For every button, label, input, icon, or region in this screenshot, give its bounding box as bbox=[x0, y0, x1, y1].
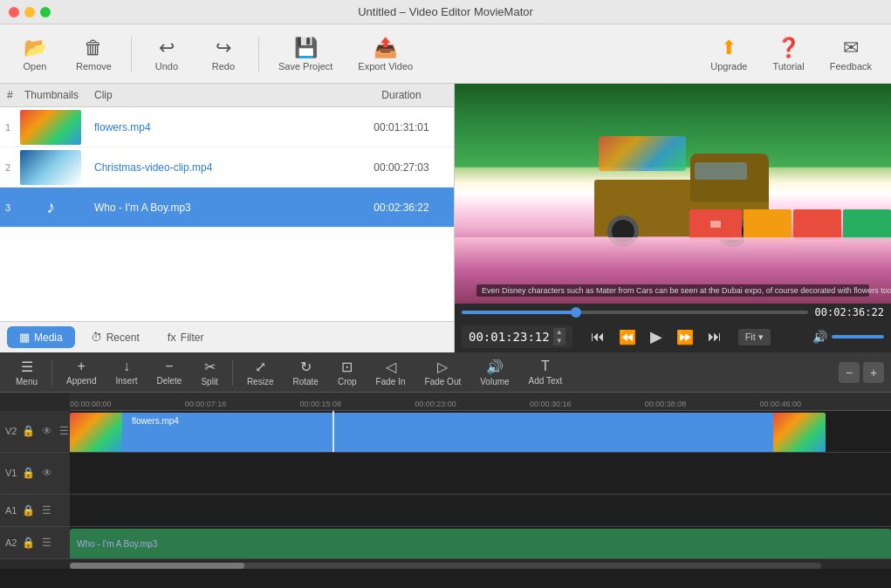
resize-button[interactable]: ⤢ Resize bbox=[238, 356, 283, 389]
skip-start-button[interactable]: ⏮ bbox=[586, 326, 609, 347]
current-time-display[interactable]: 00:01:23:12 ▲ ▼ bbox=[462, 325, 572, 348]
track-v1: V1 🔒 👁 bbox=[0, 453, 891, 495]
volume-slider[interactable] bbox=[832, 335, 884, 338]
current-time-value: 00:01:23:12 bbox=[469, 330, 550, 344]
feedback-button[interactable]: ✉ Feedback bbox=[819, 32, 882, 76]
table-row[interactable]: 2 Christmas-video-clip.mp4 00:00:27:03 bbox=[0, 147, 454, 188]
track-v1-label: V1 🔒 👁 bbox=[0, 453, 70, 494]
tab-media[interactable]: ▦ Media bbox=[7, 326, 75, 348]
col-duration: Duration bbox=[349, 87, 454, 103]
time-down-button[interactable]: ▼ bbox=[553, 337, 565, 345]
row3-num: 3 bbox=[0, 202, 17, 213]
maximize-button[interactable] bbox=[40, 7, 51, 17]
a1-lock-button[interactable]: 🔒 bbox=[20, 503, 37, 518]
remove-label: Remove bbox=[76, 61, 112, 72]
media-tab-icon: ▦ bbox=[19, 331, 30, 344]
v2-clip[interactable]: flowers.mp4 bbox=[70, 413, 826, 452]
minimize-button[interactable] bbox=[24, 7, 35, 17]
track-a1: A1 🔒 ☰ bbox=[0, 495, 891, 527]
fade-out-button[interactable]: ▷ Fade Out bbox=[416, 356, 470, 389]
zoom-in-button[interactable]: + bbox=[863, 362, 884, 383]
time-up-button[interactable]: ▲ bbox=[553, 328, 565, 337]
play-button[interactable]: ▶ bbox=[646, 325, 667, 349]
append-button[interactable]: + Append bbox=[58, 356, 105, 388]
menu-icon: ☰ bbox=[21, 359, 33, 375]
open-button[interactable]: 📂 Open bbox=[9, 32, 61, 76]
open-label: Open bbox=[24, 61, 47, 72]
v1-eye-button[interactable]: 👁 bbox=[40, 465, 54, 481]
tab-filter[interactable]: fx Filter bbox=[155, 326, 216, 348]
zoom-out-button[interactable]: − bbox=[839, 362, 860, 383]
timeline-playhead[interactable] bbox=[332, 411, 334, 452]
delete-icon: − bbox=[165, 359, 173, 374]
a2-lock-button[interactable]: 🔒 bbox=[20, 535, 37, 550]
time-stepper[interactable]: ▲ ▼ bbox=[553, 328, 565, 345]
fade-in-button[interactable]: ◁ Fade In bbox=[367, 356, 415, 389]
preview-total-time: 00:02:36:22 bbox=[815, 306, 884, 318]
undo-label: Undo bbox=[155, 61, 178, 72]
v2-eye-button[interactable]: 👁 bbox=[40, 423, 54, 439]
preview-progress-thumb[interactable] bbox=[571, 307, 581, 318]
row3-thumbnail: ♪ bbox=[20, 190, 81, 225]
timeline-area: ☰ Menu + Append ↓ Insert − Delete ✂ Spli… bbox=[0, 352, 891, 569]
tab-recent[interactable]: ⏱ Recent bbox=[79, 326, 152, 348]
a2-clip[interactable]: Who - I'm A Boy.mp3 bbox=[70, 529, 891, 558]
table-row[interactable]: 1 flowers.mp4 00:01:31:01 bbox=[0, 107, 454, 147]
upgrade-icon: ⬆ bbox=[721, 37, 737, 59]
preview-progress-fill bbox=[462, 311, 576, 314]
close-button[interactable] bbox=[9, 7, 19, 17]
preview-panel: Even Disney characters such as Mater fro… bbox=[455, 84, 891, 352]
redo-label: Redo bbox=[212, 61, 235, 72]
preview-timebar[interactable]: 00:02:36:22 bbox=[455, 304, 891, 321]
col-thumbnails: Thumbnails bbox=[17, 87, 87, 103]
upgrade-button[interactable]: ⬆ Upgrade bbox=[700, 32, 757, 76]
track-v2-label: V2 🔒 👁 ☰ bbox=[0, 411, 70, 452]
rewind-button[interactable]: ⏪ bbox=[614, 326, 641, 348]
v2-lock-button[interactable]: 🔒 bbox=[20, 423, 37, 439]
a2-mute-button[interactable]: ☰ bbox=[40, 535, 53, 550]
delete-button[interactable]: − Delete bbox=[148, 356, 191, 388]
fit-selector[interactable]: Fit ▾ bbox=[738, 329, 771, 345]
resize-icon: ⤢ bbox=[255, 359, 266, 375]
track-v2-content: flowers.mp4 bbox=[70, 411, 891, 452]
save-project-button[interactable]: 💾 Save Project bbox=[268, 32, 343, 76]
add-text-button[interactable]: T Add Text bbox=[520, 356, 572, 388]
split-button[interactable]: ✂ Split bbox=[192, 356, 226, 389]
media-panel: # Thumbnails Clip Duration 1 flowers.mp4… bbox=[0, 84, 455, 352]
media-table: # Thumbnails Clip Duration 1 flowers.mp4… bbox=[0, 84, 454, 321]
tutorial-button[interactable]: ❓ Tutorial bbox=[762, 32, 814, 76]
redo-button[interactable]: ↪ Redo bbox=[197, 32, 250, 76]
row3-clip: Who - I'm A Boy.mp3 bbox=[87, 202, 349, 214]
save-icon: 💾 bbox=[294, 37, 318, 59]
volume-icon: 🔊 bbox=[812, 330, 827, 344]
track-a2-label: A2 🔒 ☰ bbox=[0, 527, 70, 558]
table-row[interactable]: 3 ♪ Who - I'm A Boy.mp3 00:02:36:22 bbox=[0, 188, 454, 228]
remove-button[interactable]: 🗑 Remove bbox=[65, 32, 122, 76]
skip-end-button[interactable]: ⏭ bbox=[703, 326, 726, 347]
track-a1-label: A1 🔒 ☰ bbox=[0, 495, 70, 526]
v1-lock-button[interactable]: 🔒 bbox=[20, 465, 37, 481]
row2-num: 2 bbox=[0, 162, 17, 173]
col-clip: Clip bbox=[87, 87, 349, 103]
insert-button[interactable]: ↓ Insert bbox=[107, 356, 147, 388]
row3-duration: 00:02:36:22 bbox=[349, 202, 454, 214]
fast-forward-button[interactable]: ⏩ bbox=[672, 326, 698, 348]
append-label: Append bbox=[66, 376, 96, 386]
fit-label: Fit bbox=[745, 332, 756, 342]
timeline-scrollbar[interactable] bbox=[70, 563, 821, 569]
scrollbar-thumb[interactable] bbox=[70, 563, 244, 569]
volume-button[interactable]: 🔊 Volume bbox=[471, 356, 517, 389]
preview-progress-bar[interactable] bbox=[462, 311, 808, 314]
export-video-button[interactable]: 📤 Export Video bbox=[347, 32, 423, 76]
feedback-label: Feedback bbox=[830, 61, 872, 72]
volume-tl-label: Volume bbox=[480, 377, 509, 386]
menu-button[interactable]: ☰ Menu bbox=[7, 356, 46, 389]
track-v1-content bbox=[70, 453, 891, 494]
a2-clip-label: Who - I'm A Boy.mp3 bbox=[70, 537, 164, 550]
fade-out-icon: ▷ bbox=[437, 359, 448, 375]
rotate-button[interactable]: ↻ Rotate bbox=[284, 356, 326, 389]
crop-button[interactable]: ⊡ Crop bbox=[329, 356, 366, 389]
undo-button[interactable]: ↩ Undo bbox=[141, 32, 193, 76]
preview-caption: Even Disney characters such as Mater fro… bbox=[476, 284, 869, 297]
a1-mute-button[interactable]: ☰ bbox=[40, 503, 53, 518]
